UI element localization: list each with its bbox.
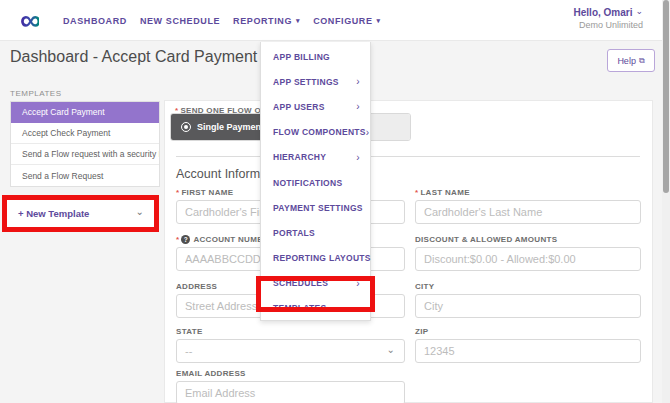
- top-navbar: ∞ DASHBOARD NEW SCHEDULE REPORTING ▾ CON…: [0, 0, 670, 41]
- menu-item-app-settings[interactable]: APP SETTINGS ›: [261, 69, 370, 94]
- nav-dashboard[interactable]: DASHBOARD: [63, 16, 127, 26]
- nav-new-schedule[interactable]: NEW SCHEDULE: [140, 16, 220, 26]
- last-name-input[interactable]: [415, 200, 641, 224]
- state-group: STATE -- ⌄: [176, 327, 405, 336]
- city-group: CITY: [415, 282, 641, 291]
- menu-item-payment-settings[interactable]: PAYMENT SETTINGS: [261, 195, 370, 220]
- page-title: Dashboard - Accept Card Payment: [10, 48, 257, 66]
- state-select[interactable]: -- ⌄: [176, 339, 405, 363]
- radio-selected-icon: [181, 122, 191, 132]
- menu-item-notifications[interactable]: NOTIFICATIONS: [261, 170, 370, 195]
- infinity-logo-icon[interactable]: ∞: [20, 0, 39, 40]
- user-greeting: Hello, Omari: [574, 7, 633, 18]
- template-item-send-flow-request[interactable]: Send a Flow Request: [11, 165, 159, 186]
- org-name: Demo Unlimited: [574, 20, 643, 30]
- city-label: CITY: [415, 282, 641, 291]
- caret-down-icon: ▾: [377, 17, 381, 24]
- new-template-highlight-box: + New Template ⌄: [2, 195, 159, 232]
- required-marker: *: [415, 188, 418, 197]
- menu-item-hierarchy[interactable]: HIERARCHY ›: [261, 145, 370, 170]
- scrollbar-track[interactable]: [662, 0, 670, 403]
- zip-input[interactable]: [415, 339, 641, 363]
- template-item-accept-card-payment[interactable]: Accept Card Payment: [11, 102, 159, 123]
- email-label: EMAIL ADDRESS: [176, 369, 405, 378]
- nav-configure-label: CONFIGURE: [313, 16, 372, 26]
- template-form-card: *SEND ONE FLOW OR IMP Single Payment Acc…: [164, 100, 653, 403]
- nav-configure[interactable]: CONFIGURE ▾: [313, 16, 381, 26]
- menu-item-portals[interactable]: PORTALS: [261, 220, 370, 245]
- menu-item-reporting-layouts[interactable]: REPORTING LAYOUTS: [261, 246, 370, 271]
- template-item-flow-request-security-pin[interactable]: Send a Flow request with a security PIN: [11, 144, 159, 165]
- discount-label: DISCOUNT & ALLOWED AMOUNTS: [415, 235, 641, 244]
- submenu-arrow-icon: ›: [356, 76, 360, 87]
- required-marker: *: [176, 188, 179, 197]
- template-list: Accept Card Payment Accept Check Payment…: [10, 101, 160, 187]
- new-template-button[interactable]: + New Template ⌄: [7, 200, 154, 227]
- email-input[interactable]: [176, 381, 405, 403]
- last-name-label: *LAST NAME: [415, 188, 641, 197]
- zip-label: ZIP: [415, 327, 641, 336]
- nav-reporting-label: REPORTING: [233, 16, 292, 26]
- city-input[interactable]: [415, 294, 641, 318]
- last-name-group: *LAST NAME: [415, 188, 641, 197]
- submenu-arrow-icon: ›: [356, 278, 360, 289]
- template-item-accept-check-payment[interactable]: Accept Check Payment: [11, 123, 159, 144]
- external-link-icon: ⧉: [639, 56, 645, 66]
- scrollbar-thumb[interactable]: [663, 0, 669, 193]
- menu-item-schedules[interactable]: SCHEDULES ›: [261, 271, 370, 296]
- state-select-value: --: [185, 345, 192, 357]
- new-template-label: + New Template: [18, 208, 89, 219]
- discount-input[interactable]: [415, 247, 641, 271]
- section-divider: [176, 156, 640, 157]
- zip-group: ZIP: [415, 327, 641, 336]
- menu-item-templates[interactable]: TEMPLATES: [261, 296, 370, 321]
- menu-item-app-billing[interactable]: APP BILLING: [261, 44, 370, 69]
- chevron-down-icon: ⌄: [387, 344, 395, 355]
- info-tooltip-icon[interactable]: ?: [181, 235, 190, 244]
- main-nav: DASHBOARD NEW SCHEDULE REPORTING ▾ CONFI…: [63, 0, 381, 41]
- configure-dropdown-menu: APP BILLING APP SETTINGS › APP USERS › F…: [260, 42, 371, 321]
- nav-new-schedule-label: NEW SCHEDULE: [140, 16, 220, 26]
- chevron-down-icon: ⌄: [635, 6, 643, 16]
- help-label: Help: [617, 56, 636, 66]
- submenu-arrow-icon: ›: [366, 127, 370, 138]
- menu-item-flow-components[interactable]: FLOW COMPONENTS ›: [261, 120, 370, 145]
- help-button[interactable]: Help ⧉: [607, 49, 655, 72]
- single-payment-label: Single Payment: [197, 122, 264, 132]
- required-marker: *: [176, 235, 179, 244]
- state-label: STATE: [176, 327, 405, 336]
- submenu-arrow-icon: ›: [356, 152, 360, 163]
- user-menu[interactable]: Hello, Omari ⌄ Demo Unlimited: [574, 7, 643, 30]
- submenu-arrow-icon: ›: [356, 101, 360, 112]
- discount-group: DISCOUNT & ALLOWED AMOUNTS: [415, 235, 641, 244]
- templates-section-label: TEMPLATES: [10, 89, 61, 98]
- menu-item-app-users[interactable]: APP USERS ›: [261, 94, 370, 119]
- chevron-down-icon: ⌄: [136, 206, 144, 217]
- nav-dashboard-label: DASHBOARD: [63, 16, 127, 26]
- email-group: EMAIL ADDRESS: [176, 369, 405, 378]
- caret-down-icon: ▾: [296, 17, 300, 24]
- nav-reporting[interactable]: REPORTING ▾: [233, 16, 300, 26]
